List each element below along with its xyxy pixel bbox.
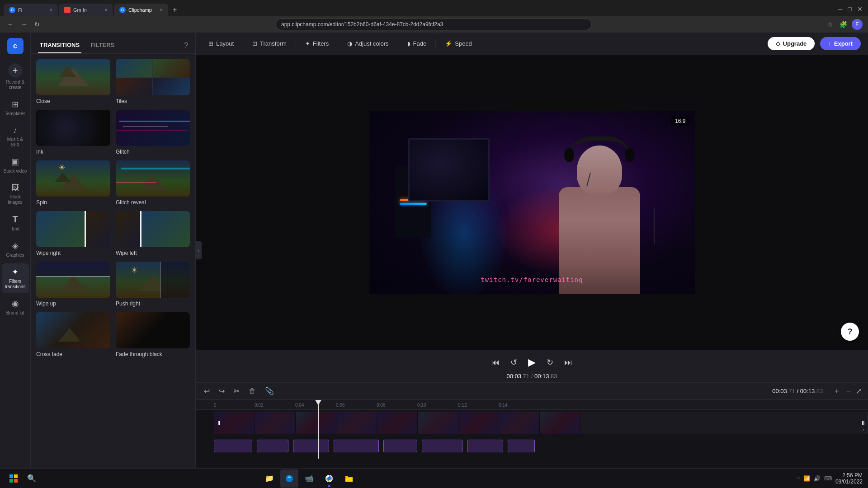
transition-thumb-push-right: ☀ [116, 262, 190, 298]
undo-btn[interactable]: ↩ [201, 385, 212, 397]
upgrade-button[interactable]: ◇ Upgrade [768, 37, 815, 50]
tab-transitions[interactable]: TRANSITIONS [38, 38, 81, 53]
rewind-btn[interactable]: ↺ [509, 356, 519, 369]
minimize-btn[interactable]: ─ [836, 4, 844, 14]
sub-clip[interactable] [293, 440, 329, 452]
pc-led-2 [400, 203, 427, 205]
profile-icon[interactable]: F [852, 19, 863, 30]
sidebar-item-music[interactable]: ♪ Music & SFX [2, 122, 29, 151]
transform-btn[interactable]: ⊡ Transform [247, 38, 292, 50]
fade-btn[interactable]: ◗ Fade [402, 38, 432, 50]
transition-item-ink[interactable]: Ink [36, 110, 110, 155]
maximize-btn[interactable]: □ [846, 4, 854, 14]
taskbar-app-files[interactable]: 📁 [260, 469, 278, 488]
redo-btn[interactable]: ↪ [216, 385, 227, 397]
transition-item-glitch[interactable]: Glitch [116, 110, 190, 155]
transition-item-wipe-up[interactable]: Wipe up [36, 262, 110, 307]
transition-item-spin[interactable]: ☀ Spin [36, 160, 110, 206]
help-fab[interactable]: ? [841, 323, 859, 341]
stock-images-icon: 🖼 [11, 183, 19, 192]
sidebar-item-filters-transitions[interactable]: ✦ Filterstransitions [2, 263, 29, 293]
speed-btn[interactable]: ⚡ Speed [439, 38, 477, 50]
stock-video-icon: ▣ [11, 157, 19, 167]
start-button[interactable] [5, 470, 22, 487]
taskbar-search[interactable]: 🔍 [24, 470, 40, 487]
video-track-container: ⏸ [196, 412, 868, 438]
layout-btn[interactable]: ⊞ Layout [203, 38, 239, 50]
adjust-colors-btn[interactable]: ◑ Adjust colors [342, 38, 394, 50]
volume-icon[interactable]: 🔊 [814, 475, 821, 482]
sidebar-item-record-create[interactable]: + Record & create [2, 60, 29, 94]
transition-item-wipe-right[interactable]: Wipe right [36, 211, 110, 256]
sub-clip[interactable] [508, 440, 535, 452]
wifi-icon[interactable]: 📶 [803, 475, 810, 482]
address-bar[interactable]: app.clipchamp.com/editor/152b2b60-d6af-4… [275, 19, 592, 30]
attach-btn[interactable]: 📎 [262, 385, 277, 397]
tab-filters[interactable]: FILTERS [89, 38, 116, 53]
pause-left-btn[interactable]: ⏸ [216, 420, 222, 426]
zoom-out-btn[interactable]: − [844, 386, 853, 396]
sidebar-item-graphics[interactable]: ◈ Graphics [2, 237, 29, 262]
browser-tab-new[interactable]: + [169, 4, 223, 16]
video-track[interactable]: ⏸ [214, 412, 868, 434]
browser-tab-gmail[interactable]: Gm In × [59, 4, 113, 16]
taskbar-app-folder[interactable] [340, 469, 358, 488]
transition-item-push-right[interactable]: ☀ Push right [116, 262, 190, 307]
transition-item-cross-fade[interactable]: Cross fade [36, 312, 110, 357]
sub-clip[interactable] [334, 440, 379, 452]
play-pause-btn[interactable]: ▶ [526, 355, 538, 370]
taskbar-app-camera[interactable]: 📹 [300, 469, 318, 488]
sidebar-item-brand-kit[interactable]: ◉ Brand kit [2, 295, 29, 319]
extension-icon[interactable]: 🧩 [838, 19, 849, 30]
sub-clip[interactable] [257, 440, 288, 452]
browser-tab[interactable]: C Fi × [4, 4, 58, 16]
skip-back-btn[interactable]: ⏮ [490, 356, 501, 369]
transition-label-glitch-reveal: Glitch reveal [116, 199, 190, 206]
close-btn[interactable]: ✕ [855, 4, 864, 14]
sub-clip[interactable] [422, 440, 462, 452]
cut-btn[interactable]: ✂ [231, 385, 242, 397]
scroll-indicator[interactable]: › [862, 426, 864, 433]
taskbar-time[interactable]: 2:56 PM 09/01/2022 [835, 472, 863, 485]
tray-show-hidden[interactable]: ^ [797, 476, 800, 481]
sidebar-item-text[interactable]: T Text [2, 211, 29, 235]
export-button[interactable]: ↑ Export [820, 37, 861, 50]
sub-clip[interactable] [467, 440, 503, 452]
filters-icon: ✦ [12, 267, 19, 277]
expand-btn[interactable]: ⤢ [855, 386, 863, 396]
total-time: 00:13.83 [534, 373, 557, 380]
sub-clip[interactable] [383, 440, 417, 452]
preview-canvas: twitch.tv/foreverwaiting 16:9 ? [196, 55, 868, 350]
music-icon: ♪ [13, 126, 17, 135]
scene-monitor [408, 138, 490, 202]
sidebar-item-templates[interactable]: ⊞ Templates [2, 96, 29, 120]
transition-item-tiles[interactable]: Tiles [116, 59, 190, 104]
text-icon: T [12, 214, 18, 225]
bookmark-icon[interactable]: ☆ [826, 19, 835, 30]
panel-collapse-btn[interactable]: ‹ [195, 241, 202, 259]
panel-tabs: TRANSITIONS FILTERS ? [31, 33, 195, 54]
delete-btn[interactable]: 🗑 [246, 386, 259, 397]
taskbar-app-chrome[interactable] [320, 469, 338, 488]
transition-item-wipe-left[interactable]: Wipe left [116, 211, 190, 256]
skip-forward-btn[interactable]: ⏭ [562, 356, 574, 369]
sidebar-item-stock-video[interactable]: ▣ Stock video [2, 153, 29, 178]
help-icon[interactable]: ? [184, 38, 188, 53]
taskbar-app-edge[interactable] [280, 469, 298, 488]
sub-clip[interactable] [214, 440, 252, 452]
sidebar-item-stock-images[interactable]: 🖼 Stock images [2, 179, 29, 209]
fast-forward-btn[interactable]: ↻ [545, 356, 555, 369]
forward-btn[interactable]: → [19, 19, 29, 30]
transition-item-glitch-reveal[interactable]: Glitch reveal [116, 160, 190, 206]
transition-item-close[interactable]: Close [36, 59, 110, 104]
pause-right-btn[interactable]: ⏸ [860, 420, 866, 426]
windows-icon [9, 474, 18, 483]
browser-tab-clipchamp[interactable]: C Clipchamp × [114, 4, 168, 16]
filters-btn[interactable]: ✦ Filters [300, 38, 334, 50]
toolbar-icons: ☆ 🧩 F [826, 19, 863, 30]
back-btn[interactable]: ← [5, 19, 15, 30]
transition-item-fade-through-black[interactable]: Fade through black [116, 312, 190, 357]
video-frame [540, 412, 580, 434]
reload-btn[interactable]: ↻ [33, 19, 42, 30]
zoom-in-btn[interactable]: + [832, 386, 841, 396]
